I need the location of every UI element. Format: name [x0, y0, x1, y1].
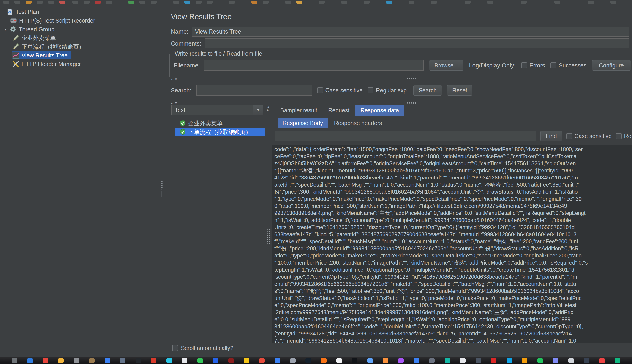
dock-icon[interactable] — [120, 358, 125, 363]
search-input[interactable] — [196, 85, 312, 96]
dock-icon[interactable] — [429, 358, 435, 363]
tab-sampler-result[interactable]: Sampler result — [275, 105, 322, 116]
find-case-sensitive-checkbox[interactable] — [566, 133, 572, 139]
dock-icon[interactable] — [537, 358, 543, 363]
search-case-sensitive-checkbox[interactable] — [317, 87, 323, 93]
find-regular-exp-checkbox[interactable] — [616, 133, 622, 139]
tree-item-sampler-2[interactable]: 下单流程（拉取结账页） — [12, 42, 88, 51]
dock-icon[interactable] — [27, 358, 33, 363]
comments-row: Comments: — [171, 38, 629, 48]
collapse-up-icon[interactable]: ▲ — [170, 101, 173, 105]
collapse-right-icon[interactable]: ▶ — [267, 108, 269, 112]
chevron-down-icon[interactable]: ▼ — [253, 105, 263, 115]
tab-response-headers[interactable]: Response headers — [329, 118, 387, 128]
dock-icon[interactable] — [182, 358, 187, 363]
scroll-automatically-row: Scroll automatically? — [172, 344, 233, 352]
dock-icon[interactable] — [228, 358, 234, 363]
splitter-handle[interactable] — [267, 228, 270, 245]
find-input[interactable] — [275, 131, 536, 141]
errors-checkbox[interactable] — [521, 62, 527, 68]
dock-icon[interactable] — [491, 358, 496, 363]
dock-icon[interactable] — [476, 358, 481, 363]
tab-request[interactable]: Request — [323, 105, 354, 116]
dock-icon[interactable] — [336, 358, 342, 363]
dock-icon[interactable] — [507, 358, 512, 363]
dock-icon[interactable] — [305, 358, 311, 363]
dock-icon[interactable] — [522, 358, 527, 363]
dock-icon[interactable] — [105, 358, 110, 363]
dock-icon[interactable] — [614, 358, 620, 363]
dock-icon[interactable] — [584, 358, 589, 363]
comments-input[interactable] — [205, 38, 629, 48]
dock-icon[interactable] — [58, 358, 64, 363]
successes-checkbox[interactable] — [550, 62, 556, 68]
toolbar-icon-fragment — [48, 1, 54, 4]
dock-icon[interactable] — [568, 358, 574, 363]
dock-icon[interactable] — [43, 358, 48, 363]
dock-icon[interactable] — [166, 358, 172, 363]
response-body-text[interactable]: code":1,"data":{"orderParam":{"fee":1500… — [273, 145, 632, 342]
collapse-down-icon[interactable]: ▼ — [174, 101, 177, 105]
dock-icon[interactable] — [460, 358, 466, 363]
dock-icon[interactable] — [445, 358, 450, 363]
result-item-2[interactable]: 下单流程（拉取结账页） — [175, 128, 265, 136]
dock-icon[interactable] — [398, 358, 404, 363]
view-as-selected-value: Text — [171, 107, 253, 114]
search-button[interactable]: Search — [413, 85, 442, 96]
tree-item-view-results-tree[interactable]: View Results Tree — [12, 51, 71, 60]
dock-icon[interactable] — [12, 358, 18, 363]
search-regular-exp-checkbox[interactable] — [367, 87, 373, 93]
dock-icon[interactable] — [74, 358, 79, 363]
dock-icon[interactable] — [244, 358, 249, 363]
configure-button[interactable]: Configure — [592, 60, 631, 71]
collapse-down-icon[interactable]: ▼ — [174, 78, 177, 81]
collapse-arrow-icon[interactable]: ▼ — [4, 28, 10, 31]
toolbar-icon-fragment — [610, 1, 616, 4]
dock-icon[interactable] — [553, 358, 558, 363]
tree-item-http-header-manager[interactable]: HTTP Header Manager — [12, 60, 84, 68]
dock-icon[interactable] — [352, 358, 357, 363]
tab-response-body[interactable]: Response Body — [278, 118, 328, 128]
find-button[interactable]: Find — [540, 131, 562, 141]
toolbar-icon-fragment — [3, 1, 9, 4]
view-as-selector[interactable]: Text ▼ — [171, 105, 263, 115]
response-line: e":0.0,"suitMenuDetailId":"","isRequired… — [274, 316, 632, 323]
dock-icon[interactable] — [321, 358, 327, 363]
response-line: {"entityId":"99934128","id":"64484189910… — [274, 330, 632, 337]
dock-icon[interactable] — [89, 358, 95, 363]
tree-item-thread-group[interactable]: ▼ Thread Group — [3, 25, 58, 34]
dock-icon[interactable] — [275, 358, 280, 363]
tab-response-data[interactable]: Response data — [355, 105, 404, 116]
toolbar-icon-fragment — [95, 1, 101, 4]
scroll-automatically-checkbox[interactable] — [172, 345, 178, 351]
tree-item-sampler-1[interactable]: 企业外卖菜单 — [12, 34, 59, 42]
tree-item-label: Test Plan — [16, 9, 39, 15]
reset-button[interactable]: Reset — [447, 85, 472, 96]
view-results-tree-panel: View Results Tree Name: Comments: Write … — [168, 4, 632, 356]
successes-label: Successes — [559, 62, 586, 69]
dock-icon[interactable] — [136, 358, 141, 363]
dock-icon[interactable] — [151, 358, 156, 363]
dock-icon[interactable] — [367, 358, 373, 363]
result-item-1[interactable]: 企业外卖菜单 — [175, 119, 265, 128]
dock-icon[interactable] — [414, 358, 419, 363]
dock-icon[interactable] — [383, 358, 388, 363]
splitter-handle[interactable] — [406, 78, 417, 81]
collapse-up-icon[interactable]: ▲ — [170, 78, 173, 81]
browse-button[interactable]: Browse... — [429, 60, 464, 71]
dock-icon[interactable] — [290, 358, 296, 363]
toolbar-icon-fragment — [588, 1, 594, 4]
dock-icon[interactable] — [197, 358, 203, 363]
dock-icon[interactable] — [599, 358, 605, 363]
toolbar-icon-fragment — [285, 1, 291, 4]
results-response-splitter[interactable]: ◀▶ — [265, 105, 272, 353]
tree-item-test-plan[interactable]: Test Plan — [6, 8, 42, 16]
filename-input[interactable] — [204, 60, 424, 71]
dock-icon[interactable] — [259, 358, 265, 363]
splitter-handle[interactable] — [406, 102, 417, 104]
dock-icon[interactable] — [213, 358, 218, 363]
main-splitter-handle[interactable] — [161, 181, 163, 197]
name-input[interactable] — [192, 26, 629, 36]
collapse-arrows[interactable]: ◀▶ — [267, 106, 269, 112]
tree-item-http-test-script-recorder[interactable]: HTTP(S) Test Script Recorder — [10, 16, 98, 25]
